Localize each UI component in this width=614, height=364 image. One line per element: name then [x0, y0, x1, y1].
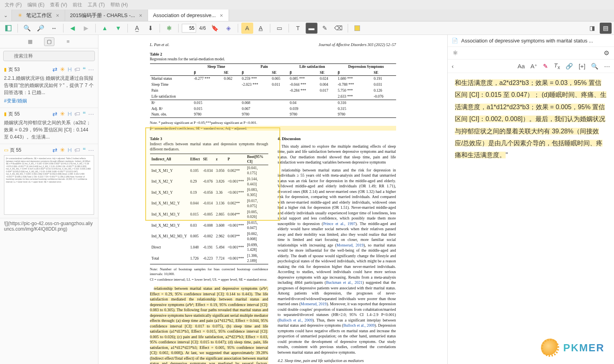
close-icon[interactable]: × — [219, 12, 224, 19]
table3-note2: CI = confidence interval; LL = lower lev… — [150, 277, 268, 282]
citation-link[interactable]: Monserud, 2019 — [337, 243, 364, 247]
annotations-list[interactable]: ▮ 页 53 ⇄ ✳ H 🏷 ❝ ⋯ 2.2.1.婚姻状况评估 婚姻状况是通过自… — [0, 64, 98, 364]
separator — [289, 24, 289, 33]
h-icon[interactable]: H — [67, 110, 72, 117]
sidebar: ▦ ▢ ≡ 🔍 ▮ 页 53 ⇄ ✳ H 🏷 ❝ — [0, 35, 98, 364]
nav-forward-icon[interactable]: ▶ — [80, 23, 92, 34]
document-viewer[interactable]: L. Pan et al. Journal of Affective Disor… — [98, 35, 447, 364]
citation-link[interactable]: Bulloch et al., 2009 — [279, 318, 312, 322]
outline-view-icon[interactable]: ≡ — [63, 37, 73, 46]
menubar: 文件 (F) 编辑 (E) 查看 (V) 前往 工具 (T) 帮助 (H) — [0, 0, 614, 10]
menu-edit[interactable]: 编辑 (E) — [25, 2, 47, 8]
annotation-item[interactable]: ▭ 页 55 ⇄ ✳ H 🏷 ❝ ⋯ β= unstandardized coe… — [0, 144, 98, 218]
font-case-icon[interactable]: Aa — [518, 63, 525, 69]
citation-link[interactable]: Bulloch et al., 2009 — [343, 323, 375, 327]
more-icon[interactable]: ⋯ — [88, 110, 94, 117]
page-input[interactable] — [182, 24, 196, 33]
underline-icon[interactable]: A — [255, 23, 267, 34]
h-icon[interactable]: H — [67, 146, 72, 154]
close-icon[interactable]: × — [55, 12, 60, 19]
more-icon[interactable]: ⋯ — [88, 146, 94, 154]
annotations-view-icon[interactable]: ▢ — [44, 37, 54, 46]
tab-charls[interactable]: 2015编码手册 - CHARLS -... × — [65, 10, 148, 21]
h-icon[interactable]: H — [67, 66, 72, 73]
fit-width-icon[interactable]: ↔ — [48, 23, 60, 34]
mindmap-icon[interactable]: ✳ — [60, 146, 65, 154]
mindmap-icon[interactable]: ✳ — [60, 110, 65, 117]
page-total-label: 4/6 — [198, 25, 208, 31]
page-down-icon[interactable]: ▼ — [112, 23, 124, 34]
text-tool-icon[interactable]: T — [292, 23, 304, 34]
search-pdf-icon[interactable]: A̲ — [131, 23, 143, 34]
menu-goto[interactable]: 前往 — [70, 2, 85, 8]
quote-icon[interactable]: ❝ — [83, 110, 86, 117]
tag-icon[interactable]: 🏷 — [74, 110, 80, 117]
link-icon[interactable]: 🔗 — [566, 63, 573, 70]
color-picker-icon[interactable] — [351, 23, 363, 34]
annotation-item[interactable]: ▮ 页 55 ⇄ ✳ H 🏷 ❝ ⋯ 婚姻状况与抑郁症状之间的关系（a2b2；效… — [0, 108, 98, 144]
pkmer-text: PKMER — [563, 342, 604, 354]
clear-format-icon[interactable]: Tx — [554, 62, 560, 70]
secondary-view-icon[interactable]: ◨ — [586, 23, 598, 34]
body-columns: Table 3 Indirect effects between marital… — [150, 136, 396, 364]
close-icon[interactable]: × — [138, 12, 143, 19]
zoom-in-icon[interactable]: 🔎 — [35, 23, 46, 34]
marker-icon[interactable]: ✎ — [543, 63, 548, 70]
highlight-a-icon[interactable]: A — [241, 23, 253, 34]
more-icon[interactable]: ⋯ — [88, 66, 94, 73]
tab-dropdown[interactable]: ⌄ — [0, 10, 12, 21]
citation-link[interactable]: Buckman et al., 2021 — [326, 280, 362, 285]
separator — [127, 24, 128, 33]
right-panel-title: Association of depressive symptoms with … — [461, 38, 610, 44]
note-box-icon[interactable]: ▭ — [273, 23, 285, 34]
tab-association[interactable]: Association of depressive... × — [148, 10, 229, 21]
draw-tool-icon[interactable]: ✎ — [319, 23, 331, 34]
more-right-icon[interactable]: ⋯ — [604, 63, 610, 70]
tag-icon[interactable]: 🏷 — [74, 146, 80, 154]
citation-link[interactable]: Prince et al., 1997 — [323, 221, 355, 226]
insert-icon[interactable]: [+] — [579, 63, 585, 69]
running-head-left: L. Pan et al. — [150, 42, 169, 48]
quote-icon[interactable]: ❝ — [83, 146, 86, 154]
sidebar-view-modes: ▦ ▢ ≡ — [0, 35, 98, 48]
annotation-url-text: ![](https://pic-go-42.oss-cn-guangzhou.a… — [0, 218, 98, 234]
cursor-icon[interactable]: ⬇ — [144, 23, 156, 34]
graph-icon[interactable]: ⚛ — [452, 49, 458, 57]
thumbnails-view-icon[interactable]: ▦ — [25, 37, 35, 46]
citation-link[interactable]: Monserud, 2019 — [300, 302, 327, 306]
quote-icon[interactable]: ❝ — [83, 66, 86, 73]
menu-file[interactable]: 文件 (F) — [2, 2, 24, 8]
translate-icon[interactable]: ⇄ — [52, 146, 58, 154]
menu-view[interactable]: 查看 (V) — [48, 2, 69, 8]
gear-icon[interactable]: ⚙ — [604, 49, 609, 57]
right-panel-content[interactable]: 和生活满意度，a2*d23*b3；效果 = 0.03，95% 置信区间 [CI]… — [448, 73, 614, 166]
chatgpt-icon[interactable]: ❃ — [163, 23, 175, 34]
reader-view-icon[interactable]: ▤ — [600, 23, 612, 34]
main: ▦ ▢ ≡ 🔍 ▮ 页 53 ⇄ ✳ H 🏷 ❝ — [0, 35, 614, 364]
bookmark-icon[interactable]: 🔖 — [209, 23, 221, 34]
sidebar-toggle-icon[interactable] — [2, 23, 14, 34]
table2-note2: β= unstandardized coefficients; SE = sta… — [150, 126, 396, 131]
search-right-icon[interactable]: 🔍 — [591, 63, 599, 70]
annotation-page-label: 页 53 — [8, 66, 20, 73]
annotation-tag[interactable]: #变量/婚姻 — [4, 98, 94, 104]
eraser-icon[interactable]: ⌫ — [333, 23, 345, 34]
tab-notes[interactable]: ✳ 笔记工作区 × — [12, 10, 65, 21]
nav-back-icon[interactable]: ◀ — [67, 23, 79, 34]
translate-icon[interactable]: ⇄ — [52, 110, 58, 117]
translate-icon[interactable]: ⇄ — [52, 66, 58, 73]
page-up-icon[interactable]: ▲ — [99, 23, 111, 34]
area-icon: ▭ — [4, 147, 8, 153]
zoom-out-icon[interactable]: 🔍 — [21, 23, 33, 34]
menu-help[interactable]: 帮助 (H) — [108, 2, 130, 8]
back-icon[interactable]: ‹ — [452, 63, 454, 69]
mindmap-icon[interactable]: ✳ — [60, 66, 65, 73]
rect-tool-icon[interactable]: ▬ — [306, 23, 318, 34]
search-annotations-input[interactable] — [3, 51, 95, 61]
font-size-icon[interactable]: A⁺ — [530, 63, 537, 70]
annotation-page-label: 页 55 — [8, 111, 20, 117]
tag-icon[interactable]: 🏷 — [74, 66, 80, 73]
annotation-item[interactable]: ▮ 页 53 ⇄ ✳ H 🏷 ❝ ⋯ 2.2.1.婚姻状况评估 婚姻状况是通过自… — [0, 64, 98, 108]
gem-icon[interactable]: ◈ — [223, 23, 235, 34]
menu-tools[interactable]: 工具 (T) — [85, 2, 107, 8]
